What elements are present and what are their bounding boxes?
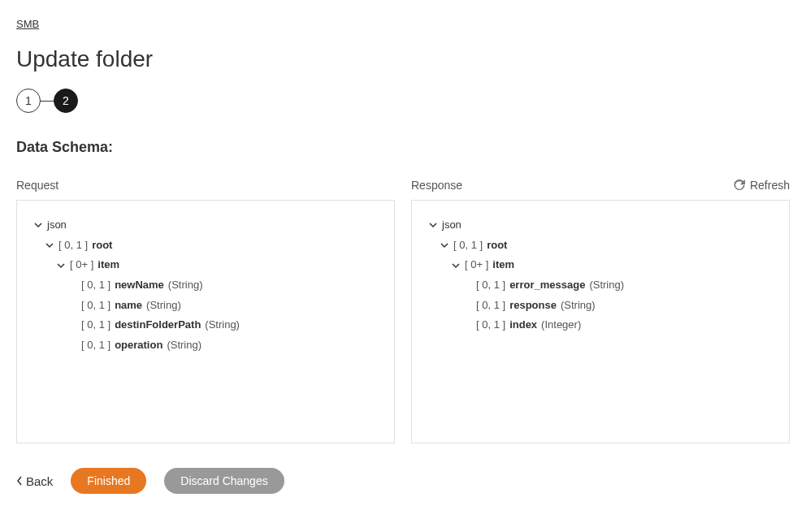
chevron-down-icon[interactable] [428, 220, 438, 230]
tree-field-type: (String) [589, 275, 624, 296]
tree-json-label: json [442, 215, 462, 236]
tree-field-name: error_message [509, 275, 585, 296]
tree-field-name: destinFolderPath [115, 315, 201, 335]
chevron-down-icon[interactable] [440, 240, 449, 250]
tree-field-row: [ 0, 1 ] index (Integer) [428, 315, 773, 335]
tree-field-name: root [487, 236, 507, 256]
response-label: Response [411, 179, 462, 192]
tree-field-name: index [509, 315, 537, 335]
action-bar: Back Finished Discard Changes [16, 468, 790, 494]
request-schema-box: json [ 0, 1 ] root [ 0+ ] item [ 0, 1 [16, 200, 395, 443]
step-connector [41, 101, 54, 102]
tree-field-type: (String) [167, 335, 202, 356]
response-column: Response Refresh json [411, 179, 790, 443]
tree-field-name: root [92, 236, 112, 256]
request-label: Request [16, 179, 58, 192]
tree-cardinality: [ 0, 1 ] [81, 315, 110, 335]
stepper: 1 2 [16, 89, 790, 113]
tree-field-name: item [98, 255, 119, 275]
tree-field-name: name [115, 296, 142, 316]
tree-field-type: (String) [146, 296, 181, 316]
back-label: Back [26, 474, 53, 488]
tree-field-row: [ 0, 1 ] operation (String) [33, 335, 378, 356]
tree-field-row: [ 0, 1 ] response (String) [428, 296, 773, 316]
tree-field-name: item [492, 255, 514, 275]
tree-field-row: [ 0, 1 ] newName (String) [33, 275, 378, 296]
chevron-down-icon[interactable] [45, 240, 54, 250]
chevron-left-icon [16, 474, 23, 488]
refresh-button[interactable]: Refresh [734, 179, 790, 192]
tree-json-label: json [47, 215, 67, 236]
tree-field-name: operation [115, 335, 162, 356]
section-title: Data Schema: [16, 139, 790, 156]
tree-field-type: (String) [561, 296, 596, 316]
tree-field-name: response [509, 296, 557, 316]
tree-cardinality: [ 0, 1 ] [81, 335, 110, 356]
tree-field-row: [ 0, 1 ] error_message (String) [428, 275, 773, 296]
tree-cardinality: [ 0, 1 ] [476, 315, 505, 335]
tree-field-name: newName [115, 275, 164, 296]
tree-cardinality: [ 0, 1 ] [58, 236, 88, 256]
tree-field-row: [ 0, 1 ] destinFolderPath (String) [33, 315, 378, 335]
tree-cardinality: [ 0+ ] [465, 255, 488, 275]
tree-field-row: [ 0, 1 ] name (String) [33, 296, 378, 316]
discard-changes-button[interactable]: Discard Changes [164, 468, 284, 494]
step-1[interactable]: 1 [16, 89, 41, 113]
tree-field-type: (String) [205, 315, 240, 335]
tree-cardinality: [ 0, 1 ] [476, 296, 505, 316]
back-button[interactable]: Back [16, 474, 53, 488]
tree-cardinality: [ 0, 1 ] [81, 275, 110, 296]
finished-button[interactable]: Finished [71, 468, 146, 494]
step-2[interactable]: 2 [54, 89, 78, 113]
page-title: Update folder [16, 46, 790, 72]
tree-field-type: (Integer) [541, 315, 581, 335]
tree-cardinality: [ 0+ ] [70, 255, 93, 275]
tree-cardinality: [ 0, 1 ] [476, 275, 505, 296]
tree-cardinality: [ 0, 1 ] [453, 236, 483, 256]
chevron-down-icon[interactable] [33, 220, 43, 230]
tree-field-type: (String) [168, 275, 203, 296]
breadcrumb-smb[interactable]: SMB [16, 18, 39, 30]
chevron-down-icon[interactable] [451, 261, 461, 270]
request-column: Request json [ 0, 1 ] root [16, 179, 395, 443]
chevron-down-icon[interactable] [56, 261, 66, 270]
response-schema-box: json [ 0, 1 ] root [ 0+ ] item [ 0, 1 [411, 200, 790, 443]
refresh-icon [734, 179, 745, 191]
tree-cardinality: [ 0, 1 ] [81, 296, 110, 316]
refresh-label: Refresh [750, 179, 790, 192]
